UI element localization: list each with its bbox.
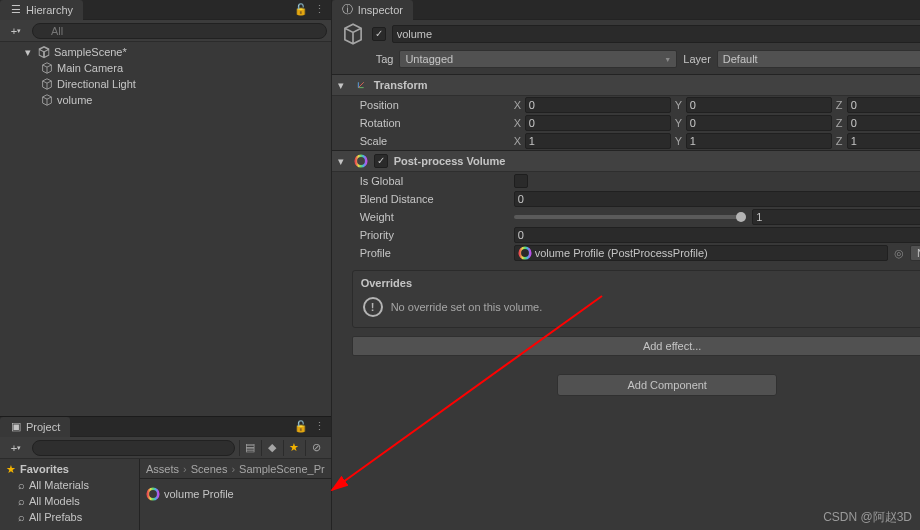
unity-scene-icon: [37, 45, 51, 59]
lock-icon[interactable]: 🔓: [294, 3, 308, 16]
project-favorites-header[interactable]: ★ Favorites: [0, 461, 139, 477]
add-effect-button[interactable]: Add effect...: [352, 336, 920, 356]
blend-distance-label: Blend Distance: [360, 193, 510, 205]
priority-input[interactable]: [514, 227, 920, 243]
filter-type-button[interactable]: ▤: [239, 440, 261, 456]
all-models-label: All Models: [29, 495, 80, 507]
gameobject-name-input[interactable]: [392, 25, 920, 43]
inspector-tab-label: Inspector: [358, 4, 403, 16]
hierarchy-create-button[interactable]: +▾: [4, 23, 28, 39]
svg-point-2: [519, 248, 530, 259]
hierarchy-item-label: volume: [57, 94, 92, 106]
is-global-label: Is Global: [360, 175, 510, 187]
hierarchy-item-volume[interactable]: volume: [0, 92, 331, 108]
rotation-y-input[interactable]: [686, 115, 832, 131]
project-all-models[interactable]: ⌕ All Models: [0, 493, 139, 509]
rotation-x-input[interactable]: [525, 115, 671, 131]
all-materials-label: All Materials: [29, 479, 89, 491]
position-x-input[interactable]: [525, 97, 671, 113]
svg-point-1: [355, 156, 366, 167]
tag-label: Tag: [376, 53, 394, 65]
weight-value-input[interactable]: [752, 209, 920, 225]
scale-x-input[interactable]: [525, 133, 671, 149]
expand-arrow-icon[interactable]: ▾: [22, 46, 34, 58]
scale-label: Scale: [360, 135, 510, 147]
project-asset-volume-profile[interactable]: volume Profile: [146, 485, 325, 503]
hierarchy-tab[interactable]: ☰ Hierarchy: [0, 0, 83, 20]
position-z-input[interactable]: [847, 97, 920, 113]
panel-menu-icon[interactable]: ⋮: [314, 3, 325, 16]
search-icon: ⌕: [18, 479, 25, 491]
chevron-right-icon: ›: [183, 463, 187, 475]
inspector-tab[interactable]: ⓘ Inspector: [332, 0, 413, 20]
breadcrumb-assets[interactable]: Assets: [146, 463, 179, 475]
project-all-prefabs[interactable]: ⌕ All Prefabs: [0, 509, 139, 525]
lock-icon[interactable]: 🔓: [294, 420, 308, 433]
gameobject-active-checkbox[interactable]: [372, 27, 386, 41]
hidden-packages-button[interactable]: ⊘: [305, 440, 327, 456]
position-y-input[interactable]: [686, 97, 832, 113]
hierarchy-search-input[interactable]: [32, 23, 327, 39]
transform-title: Transform: [374, 79, 920, 91]
chevron-down-icon: ▼: [664, 56, 671, 63]
breadcrumb-scenes[interactable]: Scenes: [191, 463, 228, 475]
gameobject-icon: [40, 93, 54, 107]
position-label: Position: [360, 99, 510, 111]
postprocess-profile-icon: [518, 246, 532, 260]
gameobject-icon: [340, 21, 366, 47]
object-picker-button[interactable]: ◎: [892, 247, 906, 260]
hierarchy-scene-row[interactable]: ▾ SampleScene*: [0, 44, 331, 60]
project-panel: ▣ Project 🔓 ⋮ +▾ ⌕ ▤ ◆: [0, 416, 331, 530]
hierarchy-item-label: Directional Light: [57, 78, 136, 90]
hierarchy-item-directional-light[interactable]: Directional Light: [0, 76, 331, 92]
inspector-icon: ⓘ: [342, 4, 354, 16]
weight-label: Weight: [360, 211, 510, 223]
transform-component-header[interactable]: ▾ Transform ? ⇄ ⋮: [332, 74, 920, 96]
profile-label: Profile: [360, 247, 510, 259]
filter-label-button[interactable]: ◆: [261, 440, 283, 456]
postprocess-icon: [354, 154, 368, 168]
layer-label: Layer: [683, 53, 711, 65]
hierarchy-item-label: Main Camera: [57, 62, 123, 74]
star-icon: ★: [6, 463, 16, 476]
arrow-down-icon: ▾: [338, 155, 348, 168]
scale-z-input[interactable]: [847, 133, 920, 149]
chevron-right-icon: ›: [231, 463, 235, 475]
search-icon: ⌕: [18, 495, 25, 507]
svg-point-0: [148, 489, 159, 500]
rotation-label: Rotation: [360, 117, 510, 129]
gameobject-icon: [40, 61, 54, 75]
slider-handle[interactable]: [736, 212, 746, 222]
ppv-title: Post-process Volume: [394, 155, 920, 167]
layer-dropdown[interactable]: Default ▼: [717, 50, 920, 68]
overrides-message: No override set on this volume.: [391, 301, 543, 313]
project-tab-label: Project: [26, 421, 60, 433]
project-tab[interactable]: ▣ Project: [0, 417, 70, 437]
weight-slider[interactable]: [514, 215, 747, 219]
add-component-button[interactable]: Add Component: [557, 374, 777, 396]
profile-new-button[interactable]: New: [910, 245, 920, 261]
project-breadcrumb: Assets › Scenes › SampleScene_Pr: [140, 459, 331, 479]
rotation-z-input[interactable]: [847, 115, 920, 131]
search-icon: ⌕: [18, 511, 25, 523]
ppv-enabled-checkbox[interactable]: [374, 154, 388, 168]
project-search-input[interactable]: [32, 440, 235, 456]
all-prefabs-label: All Prefabs: [29, 511, 82, 523]
scale-y-input[interactable]: [686, 133, 832, 149]
info-icon: !: [363, 297, 383, 317]
postprocess-volume-component-header[interactable]: ▾ Post-process Volume ? ⇄ ⋮: [332, 150, 920, 172]
hierarchy-tab-label: Hierarchy: [26, 4, 73, 16]
panel-menu-icon[interactable]: ⋮: [314, 420, 325, 433]
arrow-down-icon: ▾: [338, 79, 348, 92]
profile-object-field[interactable]: volume Profile (PostProcessProfile): [514, 245, 888, 261]
blend-distance-input[interactable]: [514, 191, 920, 207]
tag-dropdown[interactable]: Untagged ▼: [399, 50, 677, 68]
priority-label: Priority: [360, 229, 510, 241]
project-all-materials[interactable]: ⌕ All Materials: [0, 477, 139, 493]
project-create-button[interactable]: +▾: [4, 440, 28, 456]
save-search-button[interactable]: ★: [283, 440, 305, 456]
hierarchy-icon: ☰: [10, 4, 22, 16]
hierarchy-item-main-camera[interactable]: Main Camera: [0, 60, 331, 76]
breadcrumb-scene-profiles[interactable]: SampleScene_Pr: [239, 463, 325, 475]
is-global-checkbox[interactable]: [514, 174, 528, 188]
